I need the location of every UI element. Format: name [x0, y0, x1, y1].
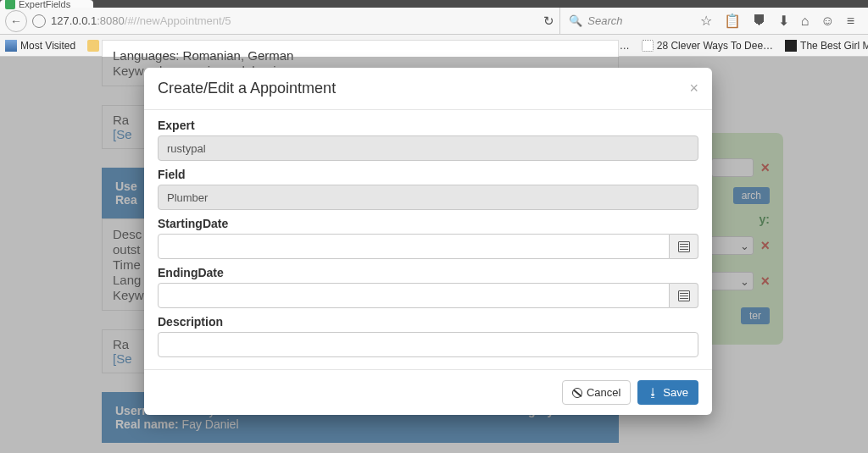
pocket-icon[interactable]: ⛊	[753, 14, 766, 29]
search-placeholder: Search	[587, 14, 622, 27]
reload-button[interactable]: ↻	[537, 14, 559, 29]
appointment-modal: Create/Edit a Appointment × Expert Field…	[144, 68, 712, 415]
address-bar: ← 127.0.0.1:8080/#//newAppointment/5 ↻ 🔍…	[0, 8, 868, 35]
startdate-picker-button[interactable]	[670, 234, 698, 259]
expert-label: Expert	[158, 119, 698, 132]
field-input	[158, 185, 698, 210]
menu-icon[interactable]: ≡	[847, 14, 854, 29]
site-icon	[785, 40, 797, 52]
tab-title: ExpertFields	[19, 0, 70, 9]
bookmark-item[interactable]: The Best Girl Movies: 2…	[785, 40, 868, 52]
browser-search[interactable]: 🔍 Search	[559, 8, 691, 34]
calendar-icon	[678, 290, 690, 301]
most-visited-icon	[5, 40, 17, 52]
close-icon[interactable]: ×	[689, 80, 698, 97]
folder-icon	[87, 40, 99, 52]
home-icon[interactable]: ⌂	[801, 14, 810, 29]
calendar-icon	[678, 241, 690, 252]
startdate-input[interactable]	[158, 234, 670, 259]
save-icon: ⭳	[648, 386, 659, 399]
bookmark-item[interactable]: Most Visited	[5, 40, 75, 52]
star-icon[interactable]: ☆	[700, 13, 712, 29]
enddate-label: EndingDate	[158, 266, 698, 279]
url-display[interactable]: 127.0.0.1:8080/#//newAppointment/5	[51, 14, 415, 27]
save-button[interactable]: ⭳ Save	[637, 380, 698, 405]
field-label: Field	[158, 168, 698, 181]
description-input[interactable]	[158, 332, 698, 357]
description-label: Description	[158, 315, 698, 329]
modal-title: Create/Edit a Appointment	[158, 80, 336, 97]
browser-tab[interactable]: ExpertFields	[0, 0, 93, 8]
nav-back-button[interactable]: ←	[5, 10, 27, 32]
cancel-icon	[572, 388, 582, 398]
enddate-picker-button[interactable]	[670, 283, 698, 308]
tab-favicon-icon	[5, 0, 15, 9]
bookmark-item[interactable]: 28 Clever Ways To Dee…	[642, 40, 773, 52]
enddate-input[interactable]	[158, 283, 670, 308]
smile-icon[interactable]: ☺	[821, 14, 834, 29]
tab-strip: ExpertFields	[0, 0, 868, 8]
site-icon	[642, 40, 654, 52]
startdate-label: StartingDate	[158, 217, 698, 230]
expert-input	[158, 135, 698, 161]
search-icon: 🔍	[569, 14, 582, 27]
globe-icon	[32, 14, 46, 28]
cancel-button[interactable]: Cancel	[562, 380, 631, 405]
clipboard-icon[interactable]: 📋	[724, 13, 741, 29]
download-icon[interactable]: ⬇	[778, 13, 789, 29]
